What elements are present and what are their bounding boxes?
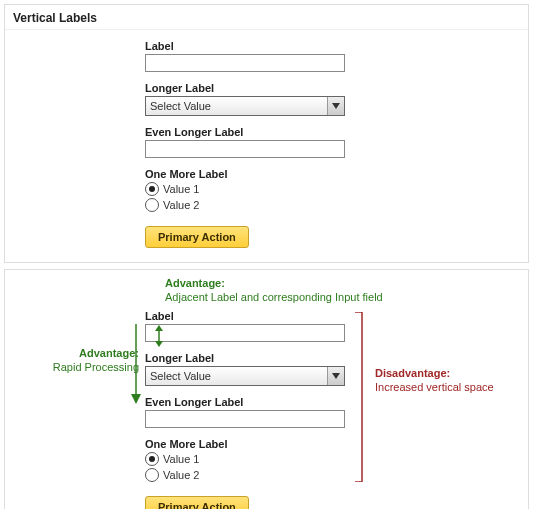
annotation-left: Advantage: Rapid Processing <box>9 346 139 375</box>
annotation-right-text: Increased vertical space <box>375 381 494 393</box>
field-label-4: One More Label <box>145 168 528 180</box>
field-label-2: Longer Label <box>145 82 528 94</box>
radio-label: Value 1 <box>163 183 200 195</box>
radio-option-2b[interactable]: Value 2 <box>145 468 528 482</box>
radio-option-1b[interactable]: Value 1 <box>145 452 528 466</box>
bracket-icon <box>355 312 369 482</box>
svg-marker-2 <box>155 325 163 331</box>
primary-action-button[interactable]: Primary Action <box>145 226 249 248</box>
text-input-1[interactable] <box>145 54 345 72</box>
radio-option-2[interactable]: Value 2 <box>145 198 528 212</box>
field-label-3: Even Longer Label <box>145 126 528 138</box>
annotation-top-title: Advantage: <box>165 277 225 289</box>
text-input-2b[interactable] <box>145 410 345 428</box>
arrow-down-icon <box>129 324 143 404</box>
annotation-top-text: Adjacent Label and corresponding Input f… <box>165 291 383 303</box>
chevron-down-icon <box>327 367 344 385</box>
annotation-right-title: Disadvantage: <box>375 367 450 379</box>
radio-icon <box>145 182 159 196</box>
svg-marker-3 <box>155 341 163 347</box>
field-label-3b: Even Longer Label <box>145 396 528 408</box>
radio-icon <box>145 468 159 482</box>
row-one-more-label: One More Label Value 1 Value 2 <box>145 168 528 212</box>
annotation-left-text: Rapid Processing <box>53 361 139 373</box>
text-input-2[interactable] <box>145 140 345 158</box>
select-value: Select Value <box>150 100 211 112</box>
field-label-1b: Label <box>145 310 528 322</box>
radio-option-1[interactable]: Value 1 <box>145 182 528 196</box>
primary-action-button-b[interactable]: Primary Action <box>145 496 249 509</box>
radio-label-b: Value 2 <box>163 469 200 481</box>
form-area-1: Label Longer Label Select Value Even Lon… <box>5 30 528 262</box>
chevron-down-icon <box>327 97 344 115</box>
row-label: Label <box>145 40 528 72</box>
panel-vertical-labels: Vertical Labels Label Longer Label Selec… <box>4 4 529 263</box>
panel-title: Vertical Labels <box>5 5 528 30</box>
select-value-b: Select Value <box>150 370 211 382</box>
row-one-more-label-b: One More Label Value 1 Value 2 <box>145 438 528 482</box>
select-input-1[interactable]: Select Value <box>145 96 345 116</box>
radio-label: Value 2 <box>163 199 200 211</box>
svg-marker-5 <box>131 394 141 404</box>
panel-annotated: Advantage: Adjacent Label and correspond… <box>4 269 529 509</box>
arrow-updown-icon <box>153 325 165 347</box>
row-even-longer-label-b: Even Longer Label <box>145 396 528 428</box>
annotation-top: Advantage: Adjacent Label and correspond… <box>165 276 465 305</box>
row-longer-label: Longer Label Select Value <box>145 82 528 116</box>
field-label-2b: Longer Label <box>145 352 528 364</box>
annotation-right: Disadvantage: Increased vertical space <box>375 366 525 395</box>
radio-icon <box>145 198 159 212</box>
svg-marker-9 <box>332 373 340 379</box>
svg-marker-0 <box>332 103 340 109</box>
row-label-b: Label <box>145 310 528 342</box>
field-label-1: Label <box>145 40 528 52</box>
row-even-longer-label: Even Longer Label <box>145 126 528 158</box>
text-input-1b[interactable] <box>145 324 345 342</box>
radio-icon <box>145 452 159 466</box>
radio-label-b: Value 1 <box>163 453 200 465</box>
field-label-4b: One More Label <box>145 438 528 450</box>
select-input-1b[interactable]: Select Value <box>145 366 345 386</box>
